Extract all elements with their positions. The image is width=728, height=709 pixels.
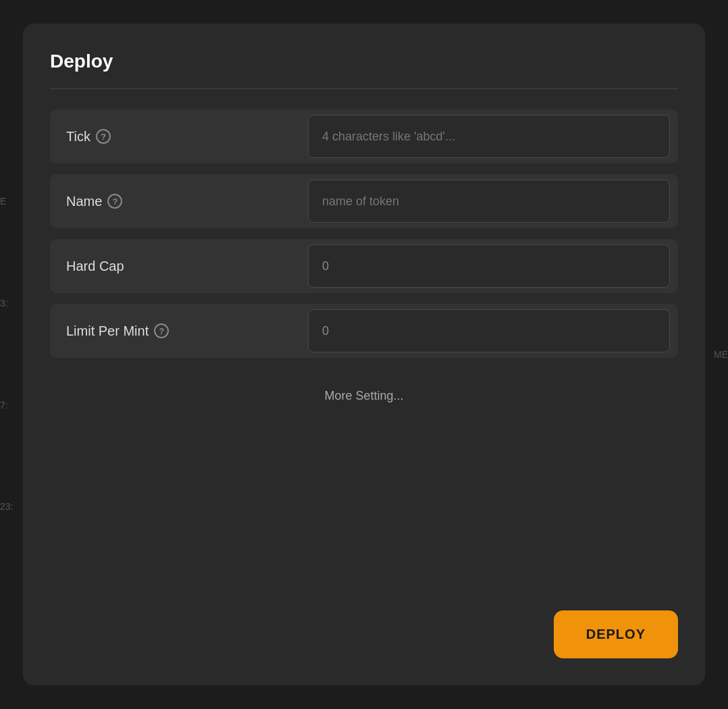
deploy-modal: Deploy Tick ? Name ? xyxy=(23,24,705,685)
hard-cap-row: Hard Cap xyxy=(50,239,678,293)
limit-per-mint-label: Limit Per Mint xyxy=(66,323,149,339)
modal-divider xyxy=(50,88,678,89)
page-wrapper: E 3: 7: 23: ME Deploy Tick ? N xyxy=(0,0,728,709)
side-labels-left: E 3: 7: 23: xyxy=(0,191,13,517)
tick-label: Tick xyxy=(66,129,90,145)
tick-input-cell xyxy=(300,109,678,163)
tick-label-cell: Tick ? xyxy=(50,109,300,163)
name-label: Name xyxy=(66,194,102,209)
hard-cap-input-cell xyxy=(300,239,678,293)
limit-per-mint-label-cell: Limit Per Mint ? xyxy=(50,304,300,358)
tick-input[interactable] xyxy=(308,115,670,158)
name-row: Name ? xyxy=(50,174,678,228)
hard-cap-label-cell: Hard Cap xyxy=(50,239,300,293)
deploy-button[interactable]: DEPLOY xyxy=(554,610,678,658)
tick-help-icon[interactable]: ? xyxy=(96,129,111,144)
limit-per-mint-help-icon[interactable]: ? xyxy=(154,323,169,338)
limit-per-mint-input[interactable] xyxy=(308,309,670,352)
name-label-cell: Name ? xyxy=(50,174,300,228)
modal-footer: DEPLOY xyxy=(50,597,678,658)
hard-cap-label: Hard Cap xyxy=(66,259,124,274)
modal-title: Deploy xyxy=(50,51,678,72)
name-help-icon[interactable]: ? xyxy=(107,194,122,209)
limit-per-mint-input-cell xyxy=(300,304,678,358)
side-labels-right: ME xyxy=(714,344,728,365)
form-container: Tick ? Name ? Hard Cap xyxy=(50,109,678,597)
more-settings-link[interactable]: More Setting... xyxy=(50,369,678,423)
tick-row: Tick ? xyxy=(50,109,678,163)
name-input[interactable] xyxy=(308,180,670,223)
limit-per-mint-row: Limit Per Mint ? xyxy=(50,304,678,358)
name-input-cell xyxy=(300,174,678,228)
hard-cap-input[interactable] xyxy=(308,244,670,288)
